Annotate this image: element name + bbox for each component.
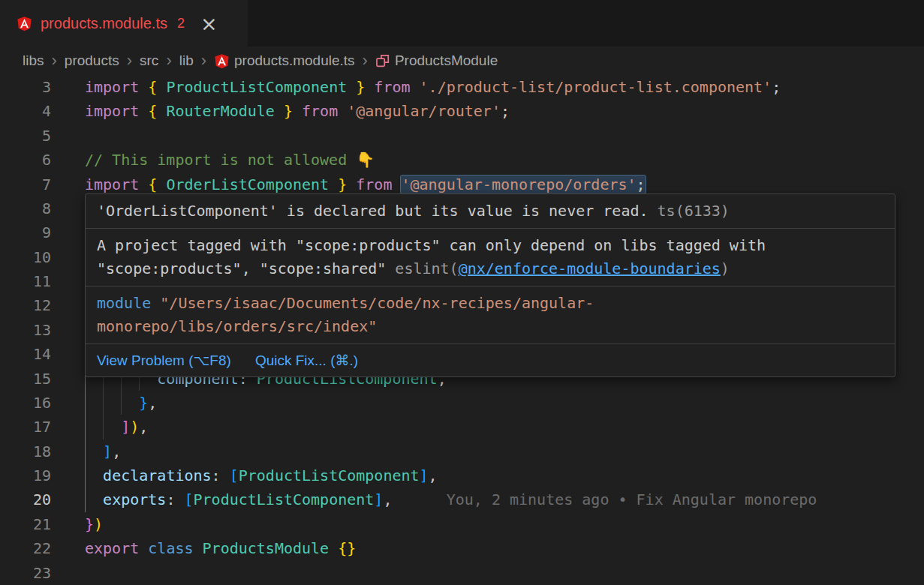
eslint-source-prefix: eslint( bbox=[386, 260, 458, 278]
code-line-20[interactable]: 20 exports: [ProductListComponent], You,… bbox=[0, 488, 924, 512]
module-keyword: module bbox=[97, 294, 151, 312]
code-line-23[interactable]: 23 bbox=[0, 561, 924, 585]
line-number[interactable]: 9 bbox=[0, 220, 85, 244]
code-token: './product-list/product-list.component' bbox=[420, 78, 772, 96]
breadcrumb-label: products bbox=[65, 52, 119, 69]
code-content[interactable]: import { ProductListComponent } from './… bbox=[85, 75, 924, 99]
breadcrumb-item-lib[interactable]: lib bbox=[179, 52, 194, 69]
line-number[interactable]: 20 bbox=[0, 488, 85, 512]
editor[interactable]: 3import { ProductListComponent } from '.… bbox=[0, 75, 924, 585]
code-token: [ bbox=[230, 466, 239, 484]
line-number[interactable]: 4 bbox=[0, 99, 85, 123]
code-token: exports bbox=[103, 490, 166, 508]
line-number[interactable]: 13 bbox=[0, 318, 85, 342]
breadcrumb-item-src[interactable]: src bbox=[140, 52, 158, 69]
breadcrumb-item-productsmodule[interactable]: ProductsModule bbox=[375, 52, 498, 69]
code-token: : bbox=[166, 490, 184, 508]
line-number[interactable]: 5 bbox=[0, 124, 85, 148]
hover-actions: View Problem (⌥F8) Quick Fix... (⌘.) bbox=[86, 344, 895, 376]
code-line-3[interactable]: 3import { ProductListComponent } from '.… bbox=[0, 75, 924, 99]
line-number[interactable]: 16 bbox=[0, 391, 85, 415]
code-token: import bbox=[85, 176, 148, 194]
line-number[interactable]: 10 bbox=[0, 245, 85, 269]
code-token: ] bbox=[420, 466, 429, 484]
breadcrumb-item-products[interactable]: products bbox=[65, 52, 119, 69]
line-number[interactable]: 3 bbox=[0, 75, 85, 99]
line-number[interactable]: 12 bbox=[0, 293, 85, 317]
line-number[interactable]: 8 bbox=[0, 196, 85, 220]
breadcrumb-label: products.module.ts bbox=[234, 52, 355, 69]
view-problem-action[interactable]: View Problem (⌥F8) bbox=[97, 349, 231, 372]
code-token: , bbox=[383, 490, 392, 508]
diagnostic-eslint: A project tagged with "scope:products" c… bbox=[86, 229, 895, 286]
tab-products-module-ts[interactable]: products.module.ts 2 × bbox=[0, 0, 248, 46]
diagnostic-ts: 'OrderListComponent' is declared but its… bbox=[86, 194, 895, 229]
code-line-19[interactable]: 19 declarations: [ProductListComponent], bbox=[0, 464, 924, 488]
code-token: } bbox=[85, 515, 94, 533]
line-number[interactable]: 23 bbox=[0, 561, 85, 585]
line-number[interactable]: 14 bbox=[0, 342, 85, 366]
code-token: export bbox=[85, 539, 139, 557]
code-line-21[interactable]: 21}) bbox=[0, 512, 924, 536]
diagnostic-eslint-line2: "scope:products", "scope:shared" eslint(… bbox=[97, 257, 883, 280]
code-line-17[interactable]: 17 ]), bbox=[0, 415, 924, 439]
breadcrumb-label: lib bbox=[179, 52, 194, 69]
line-number[interactable]: 6 bbox=[0, 148, 85, 172]
code-token: ProductListComponent bbox=[194, 490, 375, 508]
code-content[interactable]: import { RouterModule } from '@angular/r… bbox=[85, 99, 924, 123]
code-content[interactable]: }) bbox=[85, 512, 924, 536]
quick-fix-action[interactable]: Quick Fix... (⌘.) bbox=[255, 349, 358, 372]
code-token bbox=[139, 539, 148, 557]
eslint-rule-link[interactable]: @nx/enforce-module-boundaries bbox=[459, 260, 721, 278]
line-number[interactable]: 11 bbox=[0, 269, 85, 293]
code-token: ] bbox=[121, 418, 130, 436]
line-number[interactable]: 22 bbox=[0, 536, 85, 560]
indent-guide bbox=[103, 415, 104, 439]
code-token: from bbox=[365, 78, 419, 96]
code-token: { bbox=[148, 78, 166, 96]
indent-guide bbox=[121, 391, 122, 415]
angular-icon bbox=[214, 53, 230, 69]
diagnostic-eslint-line2-text: "scope:products", "scope:shared" bbox=[97, 260, 386, 278]
code-token: { bbox=[148, 102, 166, 120]
line-number[interactable]: 15 bbox=[0, 367, 85, 391]
code-line-5[interactable]: 5 bbox=[0, 124, 924, 148]
code-content[interactable]: }, bbox=[85, 391, 924, 415]
code-content[interactable]: export class ProductsModule {} bbox=[85, 536, 924, 560]
code-content[interactable]: // This import is not allowed 👇 bbox=[85, 148, 924, 172]
code-token: 👇 bbox=[356, 151, 375, 169]
line-number[interactable]: 7 bbox=[0, 172, 85, 196]
code-token: '@angular-monorepo/orders' bbox=[401, 176, 636, 194]
code-line-6[interactable]: 6// This import is not allowed 👇 bbox=[0, 148, 924, 172]
code-line-22[interactable]: 22export class ProductsModule {} bbox=[0, 536, 924, 560]
code-content[interactable]: exports: [ProductListComponent], You, 2 … bbox=[85, 488, 924, 512]
code-content[interactable] bbox=[85, 561, 924, 585]
code-line-18[interactable]: 18 ], bbox=[0, 440, 924, 464]
code-line-4[interactable]: 4import { RouterModule } from '@angular/… bbox=[0, 99, 924, 123]
code-content[interactable] bbox=[85, 124, 924, 148]
code-token: from bbox=[293, 102, 347, 120]
breadcrumb-item-products-module-ts[interactable]: products.module.ts bbox=[214, 52, 355, 69]
line-number[interactable]: 17 bbox=[0, 415, 85, 439]
tab-title: products.module.ts bbox=[41, 15, 167, 32]
code-content[interactable]: ]), bbox=[85, 415, 924, 439]
code-token: OrderListComponent bbox=[166, 176, 329, 194]
code-content[interactable]: ], bbox=[85, 440, 924, 464]
code-token bbox=[329, 539, 338, 557]
code-line-16[interactable]: 16 }, bbox=[0, 391, 924, 415]
line-number[interactable]: 18 bbox=[0, 440, 85, 464]
code-token: } bbox=[275, 102, 293, 120]
code-token: {} bbox=[338, 539, 356, 557]
breadcrumb-separator: › bbox=[126, 52, 133, 69]
breadcrumb-item-libs[interactable]: libs bbox=[23, 52, 44, 69]
line-number[interactable]: 19 bbox=[0, 464, 85, 488]
code-token: ; bbox=[501, 102, 510, 120]
tab-problems-badge: 2 bbox=[177, 16, 185, 32]
line-number[interactable]: 21 bbox=[0, 512, 85, 536]
code-content[interactable]: declarations: [ProductListComponent], bbox=[85, 464, 924, 488]
symbol-class-icon bbox=[375, 53, 390, 68]
code-token: , bbox=[139, 418, 148, 436]
code-token: You, 2 minutes ago • Fix Angular monorep… bbox=[392, 490, 817, 508]
code-token bbox=[85, 490, 103, 508]
close-icon[interactable]: × bbox=[200, 14, 218, 34]
